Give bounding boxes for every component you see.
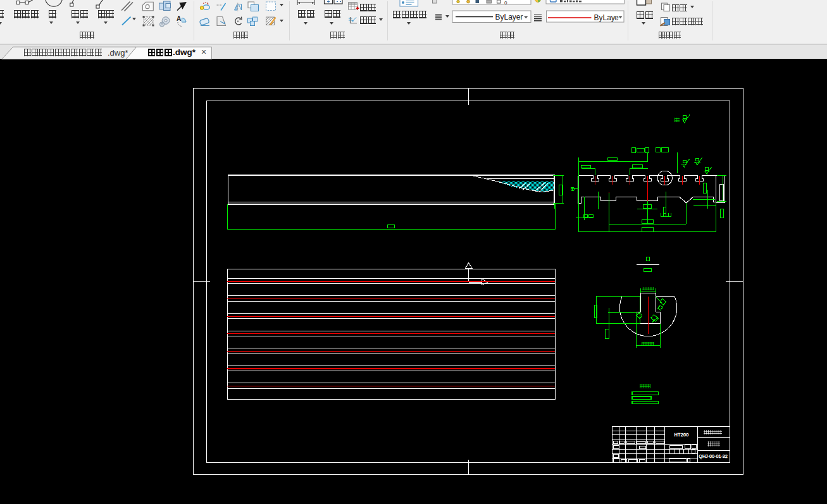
svg-text:QHJ-00-01-32: QHJ-00-01-32 bbox=[699, 453, 728, 459]
svg-text:HT200: HT200 bbox=[675, 432, 689, 438]
